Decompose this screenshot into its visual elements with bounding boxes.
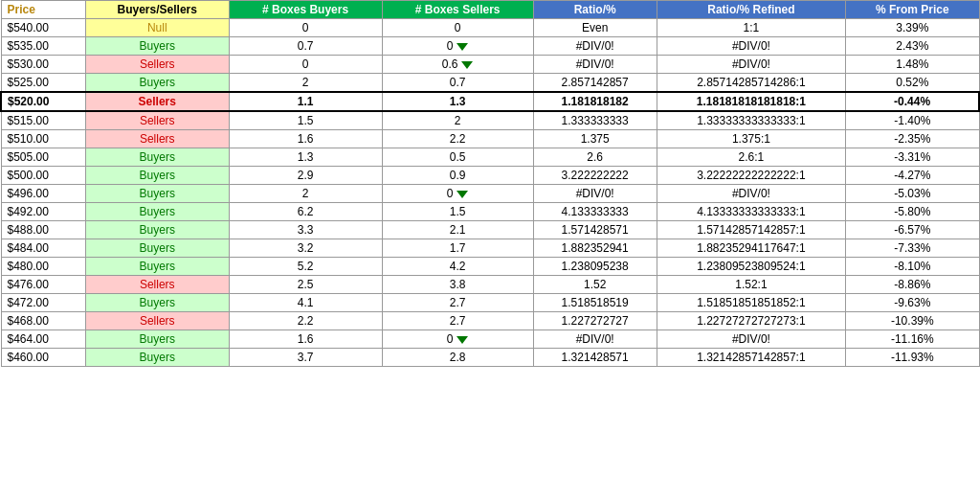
- cell-price: $468.00: [1, 312, 85, 330]
- cell-buyers-sellers: Sellers: [85, 276, 229, 294]
- cell-price: $540.00: [1, 19, 85, 37]
- cell-pct-from-price: -6.57%: [846, 221, 979, 239]
- cell-pct-from-price: 0.52%: [846, 74, 979, 93]
- cell-pct-from-price: -11.16%: [846, 330, 979, 349]
- cell-price: $488.00: [1, 221, 85, 239]
- cell-boxes-sellers: 0: [382, 330, 533, 349]
- cell-pct-from-price: -5.80%: [846, 203, 979, 221]
- cell-pct-from-price: -4.27%: [846, 167, 979, 185]
- cell-ratio-refined: 1.18181818181818:1: [657, 92, 845, 111]
- cell-price: $472.00: [1, 294, 85, 312]
- cell-boxes-sellers: 3.8: [382, 276, 533, 294]
- cell-boxes-buyers: 2.5: [229, 276, 382, 294]
- cell-ratio-refined: #DIV/0!: [657, 56, 845, 74]
- cell-boxes-buyers: 0: [229, 19, 382, 37]
- cell-boxes-sellers: 0: [382, 37, 533, 56]
- cell-price: $460.00: [1, 349, 85, 367]
- cell-boxes-buyers: 0.7: [229, 37, 382, 56]
- cell-boxes-sellers: 0.9: [382, 167, 533, 185]
- cell-buyers-sellers: Buyers: [85, 185, 229, 203]
- cell-ratio-refined: 1:1: [657, 19, 845, 37]
- table-row: $492.00Buyers6.21.54.1333333334.13333333…: [1, 203, 979, 221]
- cell-pct-from-price: -10.39%: [846, 312, 979, 330]
- cell-price: $535.00: [1, 37, 85, 56]
- header-buyers-sellers: Buyers/Sellers: [85, 1, 229, 19]
- cell-price: $530.00: [1, 56, 85, 74]
- cell-ratio-refined: 1.52:1: [657, 276, 845, 294]
- cell-ratio: 1.375: [533, 130, 657, 148]
- cell-boxes-buyers: 0: [229, 56, 382, 74]
- cell-ratio: 1.571428571: [533, 221, 657, 239]
- cell-pct-from-price: -8.86%: [846, 276, 979, 294]
- table-row: $464.00Buyers1.60#DIV/0!#DIV/0!-11.16%: [1, 330, 979, 349]
- cell-boxes-buyers: 3.3: [229, 221, 382, 239]
- cell-pct-from-price: -2.35%: [846, 130, 979, 148]
- table-row: $496.00Buyers20#DIV/0!#DIV/0!-5.03%: [1, 185, 979, 203]
- cell-boxes-sellers: 2.8: [382, 349, 533, 367]
- cell-ratio: 3.222222222: [533, 167, 657, 185]
- cell-buyers-sellers: Null: [85, 19, 229, 37]
- cell-pct-from-price: -9.63%: [846, 294, 979, 312]
- cell-price: $515.00: [1, 111, 85, 130]
- cell-ratio-refined: 2.6:1: [657, 148, 845, 167]
- cell-boxes-sellers: 1.3: [382, 92, 533, 111]
- cell-ratio: 2.857142857: [533, 74, 657, 93]
- table-row: $476.00Sellers2.53.81.521.52:1-8.86%: [1, 276, 979, 294]
- table-row: $520.00Sellers1.11.31.1818181821.1818181…: [1, 92, 979, 111]
- cell-ratio-refined: 4.13333333333333:1: [657, 203, 845, 221]
- cell-boxes-buyers: 6.2: [229, 203, 382, 221]
- cell-price: $496.00: [1, 185, 85, 203]
- cell-boxes-sellers: 0.6: [382, 56, 533, 74]
- down-arrow-icon: [457, 336, 468, 344]
- cell-ratio-refined: #DIV/0!: [657, 330, 845, 349]
- header-ratio-refined: Ratio/% Refined: [657, 1, 845, 19]
- cell-boxes-buyers: 4.1: [229, 294, 382, 312]
- cell-buyers-sellers: Buyers: [85, 330, 229, 349]
- cell-ratio: Even: [533, 19, 657, 37]
- cell-boxes-sellers: 0.7: [382, 74, 533, 93]
- cell-ratio-refined: 1.33333333333333:1: [657, 111, 845, 130]
- cell-pct-from-price: -0.44%: [846, 92, 979, 111]
- table-row: $505.00Buyers1.30.52.62.6:1-3.31%: [1, 148, 979, 167]
- cell-boxes-sellers: 1.5: [382, 203, 533, 221]
- cell-boxes-sellers: 0: [382, 19, 533, 37]
- table-row: $515.00Sellers1.521.3333333331.333333333…: [1, 111, 979, 130]
- cell-boxes-buyers: 3.7: [229, 349, 382, 367]
- table-row: $460.00Buyers3.72.81.3214285711.32142857…: [1, 349, 979, 367]
- cell-pct-from-price: -3.31%: [846, 148, 979, 167]
- cell-buyers-sellers: Buyers: [85, 221, 229, 239]
- down-arrow-icon: [457, 43, 468, 51]
- cell-ratio: #DIV/0!: [533, 185, 657, 203]
- cell-boxes-buyers: 3.2: [229, 239, 382, 258]
- cell-buyers-sellers: Sellers: [85, 111, 229, 130]
- cell-boxes-buyers: 2: [229, 185, 382, 203]
- cell-pct-from-price: 3.39%: [846, 19, 979, 37]
- cell-ratio: 1.181818182: [533, 92, 657, 111]
- cell-price: $464.00: [1, 330, 85, 349]
- cell-buyers-sellers: Sellers: [85, 56, 229, 74]
- cell-boxes-sellers: 2.7: [382, 294, 533, 312]
- cell-ratio-refined: 2.85714285714286:1: [657, 74, 845, 93]
- cell-buyers-sellers: Buyers: [85, 37, 229, 56]
- cell-buyers-sellers: Buyers: [85, 258, 229, 276]
- header-ratio: Ratio/%: [533, 1, 657, 19]
- cell-ratio-refined: #DIV/0!: [657, 37, 845, 56]
- cell-buyers-sellers: Buyers: [85, 74, 229, 93]
- table-row: $468.00Sellers2.22.71.2272727271.2272727…: [1, 312, 979, 330]
- header-pct-from-price: % From Price: [846, 1, 979, 19]
- cell-ratio: 1.238095238: [533, 258, 657, 276]
- cell-boxes-buyers: 5.2: [229, 258, 382, 276]
- cell-ratio-refined: 1.51851851851852:1: [657, 294, 845, 312]
- header-boxes-buyers: # Boxes Buyers: [229, 1, 382, 19]
- cell-price: $476.00: [1, 276, 85, 294]
- table-row: $480.00Buyers5.24.21.2380952381.23809523…: [1, 258, 979, 276]
- cell-boxes-sellers: 2.2: [382, 130, 533, 148]
- cell-buyers-sellers: Buyers: [85, 349, 229, 367]
- table-row: $525.00Buyers20.72.8571428572.8571428571…: [1, 74, 979, 93]
- table-row: $510.00Sellers1.62.21.3751.375:1-2.35%: [1, 130, 979, 148]
- table-row: $535.00Buyers0.70#DIV/0!#DIV/0!2.43%: [1, 37, 979, 56]
- cell-ratio-refined: 1.88235294117647:1: [657, 239, 845, 258]
- cell-ratio: #DIV/0!: [533, 330, 657, 349]
- cell-boxes-buyers: 2: [229, 74, 382, 93]
- cell-boxes-buyers: 1.5: [229, 111, 382, 130]
